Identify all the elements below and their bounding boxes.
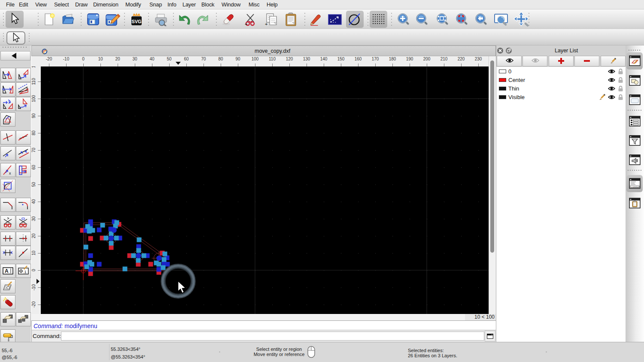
- svg-text:+: +: [265, 21, 267, 26]
- svg-text:SVG: SVG: [131, 19, 141, 24]
- svg-text:x: x: [9, 171, 11, 175]
- svg-text:+: +: [245, 21, 247, 27]
- svg-text:.1: .1: [23, 270, 27, 274]
- svg-text:A: A: [5, 268, 9, 274]
- svg-text:c command: c command: [631, 186, 641, 188]
